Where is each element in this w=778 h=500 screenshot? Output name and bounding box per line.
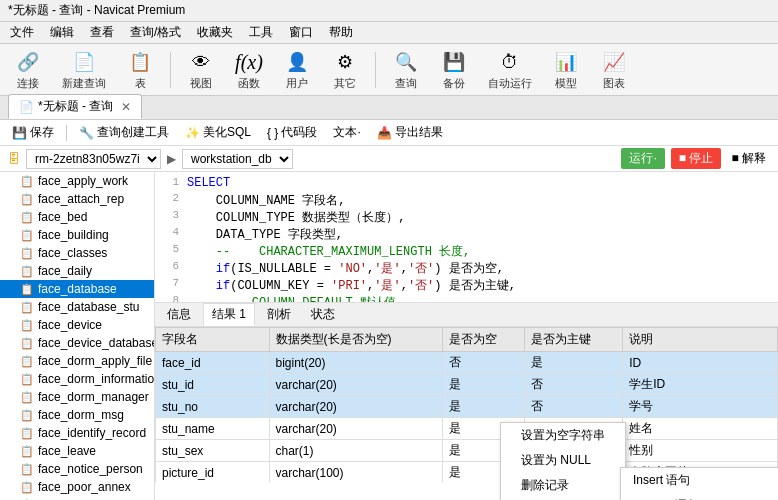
toolbar-model[interactable]: 📊 模型	[546, 46, 586, 93]
table-label: 表	[135, 76, 146, 91]
ctx-set-empty-string[interactable]: 设置为空字符串	[501, 423, 625, 448]
tab-result1[interactable]: 结果 1	[203, 303, 255, 326]
table-row-icon8: 📋	[20, 301, 34, 314]
query-builder-button[interactable]: 🔧 查询创建工具	[75, 122, 173, 143]
sidebar-item-face-notice-person[interactable]: 📋 face_notice_person	[0, 460, 154, 478]
sidebar-item-face-identify-record[interactable]: 📋 face_identify_record	[0, 424, 154, 442]
toolbar-query[interactable]: 🔍 查询	[386, 46, 426, 93]
table-row[interactable]: stu_id varchar(20) 是 否 学生ID	[156, 374, 778, 396]
cell-field: stu_name	[156, 418, 270, 440]
table-header-row: 字段名 数据类型(长是否为空) 是否为空 是否为主键 说明	[156, 328, 778, 352]
toolbar-view[interactable]: 👁 视图	[181, 46, 221, 93]
beautify-sql-button[interactable]: ✨ 美化SQL	[181, 122, 255, 143]
autorun-label: 自动运行	[488, 76, 532, 91]
db-icon: 🗄	[8, 152, 20, 166]
sql-editor[interactable]: 1 SELECT 2 COLUMN_NAME 字段名, 3 COLUMN_TYP…	[155, 172, 778, 302]
sidebar-item-face-poor-annex[interactable]: 📋 face_poor_annex	[0, 478, 154, 496]
table-row[interactable]: stu_sex char(1) 是 否 性别	[156, 440, 778, 462]
sidebar-item-face-classes[interactable]: 📋 face_classes	[0, 244, 154, 262]
sidebar-item-face-poor-family[interactable]: 📋 face_poor_family	[0, 496, 154, 500]
sidebar-item-face-dorm-msg[interactable]: 📋 face_dorm_msg	[0, 406, 154, 424]
toolbar-table[interactable]: 📋 表	[120, 46, 160, 93]
table-row-icon9: 📋	[20, 319, 34, 332]
sidebar-item-face-database[interactable]: 📋 face_database	[0, 280, 154, 298]
toolbar-chart[interactable]: 📈 图表	[594, 46, 634, 93]
beautify-icon: ✨	[185, 126, 200, 140]
sidebar-item-face-attach-rep[interactable]: 📋 face_attach_rep	[0, 190, 154, 208]
table-row-icon15: 📋	[20, 427, 34, 440]
sidebar-item-face-building[interactable]: 📋 face_building	[0, 226, 154, 244]
table-row[interactable]: face_id bigint(20) 否 是 ID	[156, 352, 778, 374]
tab-info[interactable]: 信息	[159, 304, 199, 325]
sql-line-8: 8 -- COLUMN_DEFAULT 默认值,	[159, 294, 774, 302]
save-label: 保存	[30, 124, 54, 141]
tab-close-icon[interactable]: ✕	[121, 100, 131, 114]
ctx-set-null[interactable]: 设置为 NULL	[501, 448, 625, 473]
export-icon: 📥	[377, 126, 392, 140]
sidebar-item-face-database-stu[interactable]: 📋 face_database_stu	[0, 298, 154, 316]
table-row-icon13: 📋	[20, 391, 34, 404]
menubar-item-编辑[interactable]: 编辑	[44, 22, 80, 43]
ctx-delete-record[interactable]: 删除记录	[501, 473, 625, 498]
sidebar-item-face-dorm-information[interactable]: 📋 face_dorm_informatio	[0, 370, 154, 388]
menubar-item-查询/格式[interactable]: 查询/格式	[124, 22, 187, 43]
toolbar-function[interactable]: f(x) 函数	[229, 46, 269, 93]
sidebar-item-face-device-database[interactable]: 📋 face_device_database	[0, 334, 154, 352]
sub-item-insert[interactable]: Insert 语句	[621, 468, 778, 493]
connect-icon: 🔗	[14, 48, 42, 76]
table-row[interactable]: stu_no varchar(20) 是 否 学号	[156, 396, 778, 418]
explain-label[interactable]: ■ 解释	[727, 150, 770, 167]
sidebar-item-face-dorm-manager[interactable]: 📋 face_dorm_manager	[0, 388, 154, 406]
editor-area: 1 SELECT 2 COLUMN_NAME 字段名, 3 COLUMN_TYP…	[155, 172, 778, 500]
query-builder-label: 查询创建工具	[97, 124, 169, 141]
table-container: 字段名 数据类型(长是否为空) 是否为空 是否为主键 说明 face_id bi…	[155, 327, 778, 482]
run-button[interactable]: 运行·	[621, 148, 664, 169]
results-panel: 信息 结果 1 剖析 状态 字段名 数据类型(长是否为空) 是否为空 是否为主键…	[155, 302, 778, 482]
table-row[interactable]: stu_name varchar(20) 是 否 姓名	[156, 418, 778, 440]
menubar-item-收藏夹[interactable]: 收藏夹	[191, 22, 239, 43]
cell-field: stu_sex	[156, 440, 270, 462]
chart-icon: 📈	[600, 48, 628, 76]
sub-item-update[interactable]: Update 语句	[621, 493, 778, 500]
sidebar-item-face-bed[interactable]: 📋 face_bed	[0, 208, 154, 226]
results-table: 字段名 数据类型(长是否为空) 是否为空 是否为主键 说明 face_id bi…	[155, 327, 778, 482]
cell-comment: 学号	[623, 396, 778, 418]
tab-status[interactable]: 状态	[303, 304, 343, 325]
menubar-item-帮助[interactable]: 帮助	[323, 22, 359, 43]
sidebar-item-face-leave[interactable]: 📋 face_leave	[0, 442, 154, 460]
save-button[interactable]: 💾 保存	[8, 122, 58, 143]
other-label: 其它	[334, 76, 356, 91]
code-snippet-button[interactable]: { } 代码段	[263, 122, 321, 143]
tab-query[interactable]: 📄 *无标题 - 查询 ✕	[8, 94, 142, 119]
cell-type: varchar(20)	[269, 374, 443, 396]
toolbar-connect[interactable]: 🔗 连接	[8, 46, 48, 93]
menubar-item-窗口[interactable]: 窗口	[283, 22, 319, 43]
sidebar-item-face-dorm-apply-file[interactable]: 📋 face_dorm_apply_file	[0, 352, 154, 370]
sidebar-item-face-device[interactable]: 📋 face_device	[0, 316, 154, 334]
database-select[interactable]: workstation_db	[182, 149, 293, 169]
tab-profiling[interactable]: 剖析	[259, 304, 299, 325]
menubar-item-工具[interactable]: 工具	[243, 22, 279, 43]
connection-select[interactable]: rm-2zetn83n05wz7i	[26, 149, 161, 169]
export-button[interactable]: 📥 导出结果	[373, 122, 447, 143]
toolbar-backup[interactable]: 💾 备份	[434, 46, 474, 93]
toolbar: 🔗 连接 📄 新建查询 📋 表 👁 视图 f(x) 函数 👤 用户 ⚙ 其它 🔍…	[0, 44, 778, 96]
text-button[interactable]: 文本·	[329, 122, 364, 143]
tab-icon: 📄	[19, 100, 34, 114]
table-row-icon3: 📋	[20, 211, 34, 224]
stop-button[interactable]: ■ 停止	[671, 148, 722, 169]
sidebar-item-face-apply-work[interactable]: 📋 face_apply_work	[0, 172, 154, 190]
menubar-item-文件[interactable]: 文件	[4, 22, 40, 43]
other-icon: ⚙	[331, 48, 359, 76]
table-row-icon10: 📋	[20, 337, 34, 350]
toolbar-new-query[interactable]: 📄 新建查询	[56, 46, 112, 93]
sidebar-item-face-daily[interactable]: 📋 face_daily	[0, 262, 154, 280]
query-icon: 🔍	[392, 48, 420, 76]
toolbar-user[interactable]: 👤 用户	[277, 46, 317, 93]
toolbar-other[interactable]: ⚙ 其它	[325, 46, 365, 93]
menubar-item-查看[interactable]: 查看	[84, 22, 120, 43]
col-header-primary: 是否为主键	[525, 328, 623, 352]
menubar: 文件编辑查看查询/格式收藏夹工具窗口帮助	[0, 22, 778, 44]
addrbar: 🗄 rm-2zetn83n05wz7i ▶ workstation_db 运行·…	[0, 146, 778, 172]
toolbar-autorun[interactable]: ⏱ 自动运行	[482, 46, 538, 93]
